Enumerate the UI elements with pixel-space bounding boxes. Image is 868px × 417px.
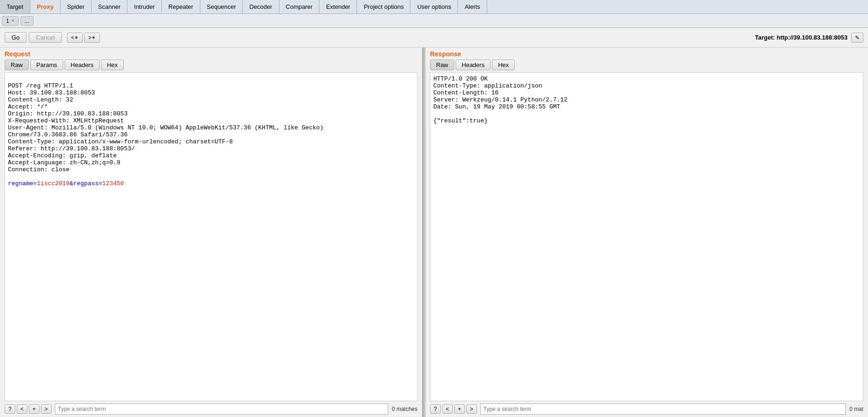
response-footer: ? < + > 0 mat [425,401,868,417]
response-forward-button[interactable]: > [466,404,477,414]
back-button[interactable]: < ▼ [67,33,83,43]
toolbar: Go Cancel < ▼ > ▼ Target: http://39.100.… [0,28,868,47]
close-icon[interactable]: × [12,18,14,23]
request-title: Request [0,47,422,60]
nav-tab-repeater[interactable]: Repeater [162,0,200,13]
nav-tab-project-options[interactable]: Project options [357,0,411,13]
request-forward-button[interactable]: > [41,404,52,414]
req-body-val1: 1iscc2019 [37,180,69,187]
response-search-input[interactable] [480,404,846,415]
request-tabs: Raw Params Headers Hex [0,60,422,72]
req-body-name: regname= [8,180,37,187]
nav-tab-intruder[interactable]: Intruder [127,0,162,13]
request-footer: ? < + > 0 matches [0,401,422,417]
req-line-1: POST /reg HTTP/1.1 Host: 39.100.83.188:8… [8,82,324,173]
tab-1[interactable]: 1 × [2,16,19,26]
response-help-button[interactable]: ? [430,404,441,414]
response-tab-hex[interactable]: Hex [492,60,515,70]
go-button[interactable]: Go [5,32,27,43]
nav-tab-comparer[interactable]: Comparer [279,0,320,13]
request-tab-hex[interactable]: Hex [101,60,124,70]
response-tab-headers[interactable]: Headers [456,60,490,70]
request-tab-headers[interactable]: Headers [65,60,99,70]
nav-tab-scanner[interactable]: Scanner [92,0,127,13]
request-text[interactable]: POST /reg HTTP/1.1 Host: 39.100.83.188:8… [5,73,417,401]
nav-tab-decoder[interactable]: Decoder [243,0,279,13]
request-tab-raw[interactable]: Raw [5,60,29,70]
response-back-button[interactable]: < [442,404,453,414]
target-text: Target: http://39.100.83.188:8053 [755,34,848,41]
tab-more-button[interactable]: ... [20,16,33,26]
cancel-button[interactable]: Cancel [29,32,61,43]
forward-dropdown-icon: ▼ [92,35,96,40]
forward-arrow-icon: > [88,34,92,41]
forward-button[interactable]: > ▼ [84,33,100,43]
req-body-val2: 123456 [102,180,124,187]
response-tab-raw[interactable]: Raw [430,60,454,70]
req-body-amp: &regpass= [70,180,102,187]
response-content[interactable]: HTTP/1.0 200 OK Content-Type: applicatio… [430,72,863,401]
edit-target-button[interactable]: ✎ [851,33,863,43]
nav-tab-sequencer[interactable]: Sequencer [200,0,243,13]
back-dropdown-icon: ▼ [74,35,79,40]
nav-bar: Target Proxy Spider Scanner Intruder Rep… [0,0,868,14]
request-search-input[interactable] [55,404,388,415]
nav-tab-user-options[interactable]: User options [411,0,458,13]
request-add-button[interactable]: + [29,404,40,414]
response-tabs: Raw Headers Hex [425,60,868,72]
back-arrow-icon: < [71,34,74,41]
request-content[interactable]: POST /reg HTTP/1.1 Host: 39.100.83.188:8… [5,72,417,401]
nav-tab-proxy[interactable]: Proxy [30,0,60,13]
nav-tab-alerts[interactable]: Alerts [458,0,487,13]
request-pane: Request Raw Params Headers Hex POST /reg… [0,47,423,417]
tab-1-label: 1 [6,18,9,24]
request-matches-label: 0 matches [392,406,417,412]
nav-tab-spider[interactable]: Spider [60,0,92,13]
response-matches-label: 0 mat [849,406,863,412]
response-text[interactable]: HTTP/1.0 200 OK Content-Type: applicatio… [431,73,863,401]
request-back-button[interactable]: < [17,404,27,414]
request-help-button[interactable]: ? [5,404,15,414]
nav-tab-extender[interactable]: Extender [319,0,357,13]
request-tab-params[interactable]: Params [30,60,63,70]
response-title: Response [425,47,868,60]
tab-bar: 1 × ... [0,14,868,28]
target-label: Target: http://39.100.83.188:8053 ✎ [755,33,863,43]
main-area: Request Raw Params Headers Hex POST /reg… [0,47,868,417]
nav-tab-target[interactable]: Target [0,0,30,13]
response-pane: Response Raw Headers Hex HTTP/1.0 200 OK… [425,47,868,417]
response-add-button[interactable]: + [454,404,465,414]
